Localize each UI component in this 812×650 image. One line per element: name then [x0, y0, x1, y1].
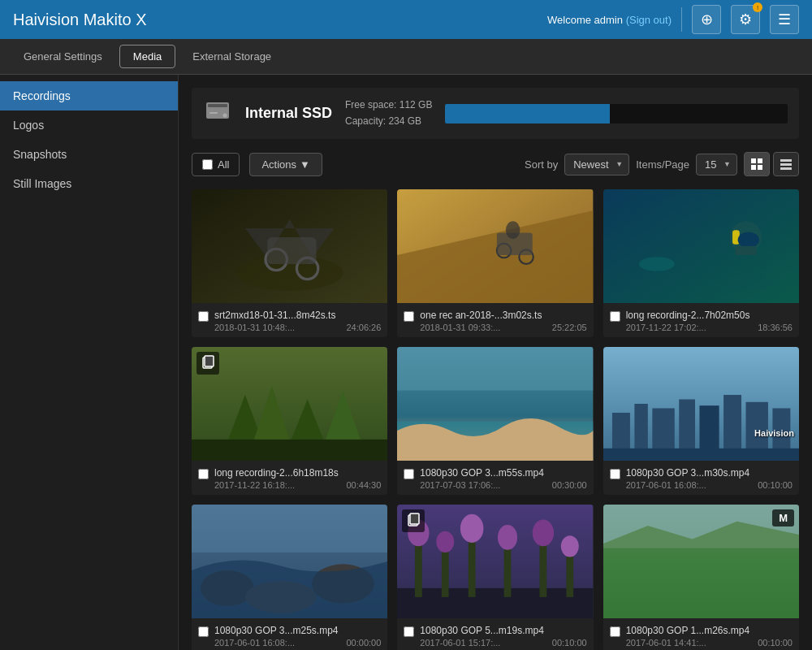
menu-button[interactable]: ☰: [770, 5, 799, 34]
svg-rect-6: [751, 165, 756, 170]
header-right: Welcome admin (Sign out) ⊕ ⚙ ! ☰: [547, 5, 799, 34]
main-content: Internal SSD Free space: 112 GB Capacity…: [179, 75, 812, 650]
media-select-checkbox[interactable]: [610, 469, 620, 479]
list-view-button[interactable]: [773, 152, 799, 176]
settings-button[interactable]: ⚙ !: [731, 5, 760, 34]
toolbar: All Actions ▼ Sort by Newest Oldest Name…: [192, 152, 799, 176]
media-select-checkbox[interactable]: [198, 311, 209, 322]
media-date: 2018-01-31 10:48:...: [214, 323, 295, 332]
network-button[interactable]: ⊕: [692, 5, 721, 34]
tab-media[interactable]: Media: [119, 45, 175, 68]
media-thumbnail[interactable]: Haivision: [603, 347, 799, 461]
items-select-wrapper: 15 30 50: [696, 154, 737, 176]
media-info: 1080p30 GOP 3...m30s.mp4 2017-06-01 16:0…: [603, 461, 799, 495]
media-meta: 2018-01-31 10:48:... 24:06:26: [214, 323, 381, 332]
svg-point-25: [719, 273, 772, 291]
media-select-checkbox[interactable]: [610, 311, 620, 322]
media-select-checkbox[interactable]: [404, 311, 414, 322]
media-thumbnail[interactable]: [397, 347, 593, 461]
media-date: 2017-06-01 15:17:...: [420, 638, 500, 648]
actions-chevron-icon: ▼: [300, 158, 310, 171]
svg-point-63: [460, 514, 484, 543]
media-item: 1080p30 GOP 3...m55s.mp4 2017-07-03 17:0…: [397, 347, 593, 495]
sort-select[interactable]: Newest Oldest Name Size: [564, 154, 629, 176]
sign-out-link[interactable]: (Sign out): [626, 14, 672, 26]
view-toggle: [744, 152, 799, 176]
media-info: 1080p30 GOP 3...m25s.mp4 2017-06-01 16:0…: [192, 618, 387, 650]
media-duration: 00:44:30: [347, 480, 382, 490]
app-header: Haivision Makito X Welcome admin (Sign o…: [0, 0, 812, 39]
media-meta: 2017-06-01 15:17:... 00:10:00: [420, 638, 586, 648]
media-meta: 2017-06-01 16:08:... 00:10:00: [626, 480, 793, 490]
media-select-checkbox[interactable]: [610, 626, 620, 637]
media-meta: 2018-01-31 09:33:... 25:22:05: [420, 323, 586, 332]
media-filename: srt2mxd18-01-31...8m42s.ts: [214, 310, 381, 321]
main-layout: Recordings Logos Snapshots Still Images …: [0, 75, 812, 650]
sort-group: Sort by Newest Oldest Name Size Items/Pa…: [525, 152, 799, 176]
media-thumbnail[interactable]: [192, 189, 387, 303]
media-duration: 00:10:00: [758, 480, 793, 490]
media-thumbnail[interactable]: M: [603, 505, 799, 618]
media-select-checkbox[interactable]: [404, 626, 414, 637]
svg-rect-40: [397, 347, 593, 391]
warning-badge: !: [753, 2, 762, 12]
media-select-checkbox[interactable]: [198, 469, 209, 479]
svg-rect-50: [603, 448, 799, 461]
select-all-checkbox[interactable]: [202, 159, 213, 170]
media-filename: long recording-2...7h02m50s: [626, 310, 793, 321]
media-info: 1080p30 GOP 5...m19s.mp4 2017-06-01 15:1…: [397, 618, 593, 650]
svg-rect-71: [410, 514, 419, 524]
storage-icon: [203, 96, 232, 131]
media-info: one rec an-2018-...3m02s.ts 2018-01-31 0…: [397, 303, 593, 337]
media-date: 2017-07-03 17:06:...: [420, 480, 500, 490]
settings-icon: ⚙: [739, 11, 752, 28]
tab-general-settings[interactable]: General Settings: [10, 45, 116, 68]
svg-rect-57: [397, 588, 593, 618]
media-thumbnail[interactable]: [603, 189, 799, 303]
media-item: long recording-2...7h02m50s 2017-11-22 1…: [603, 189, 799, 337]
sidebar-item-still-images[interactable]: Still Images: [0, 169, 178, 198]
media-thumbnail[interactable]: [397, 505, 593, 618]
sidebar-item-snapshots[interactable]: Snapshots: [0, 140, 178, 169]
all-label: All: [218, 158, 229, 171]
items-per-page-select[interactable]: 15 30 50: [696, 154, 737, 176]
media-filename: 1080p30 GOP 3...m55s.mp4: [420, 467, 586, 479]
actions-button[interactable]: Actions ▼: [249, 153, 322, 176]
media-select-checkbox[interactable]: [198, 626, 209, 637]
svg-rect-9: [780, 163, 792, 166]
media-duration: 00:10:00: [552, 638, 587, 648]
svg-rect-23: [603, 189, 799, 303]
items-per-page-label: Items/Page: [636, 158, 689, 171]
svg-point-24: [639, 257, 675, 271]
svg-rect-16: [267, 237, 316, 264]
svg-rect-7: [758, 165, 762, 170]
grid-view-button[interactable]: [744, 152, 770, 176]
svg-rect-35: [192, 440, 387, 461]
actions-label: Actions: [261, 158, 296, 171]
media-info: long recording-2...6h18m18s 2017-11-22 1…: [192, 461, 387, 495]
media-thumbnail[interactable]: [192, 505, 387, 618]
storage-title-group: Internal SSD: [245, 105, 332, 122]
media-meta: 2017-07-03 17:06:... 00:30:00: [420, 480, 586, 490]
nav-tabs: General Settings Media External Storage: [0, 39, 812, 75]
media-info: 1080p30 GOP 1...m26s.mp4 2017-06-01 14:4…: [603, 618, 799, 650]
media-thumbnail[interactable]: [397, 189, 593, 303]
media-duration: 24:06:26: [347, 323, 382, 332]
media-duration: 00:10:00: [758, 638, 793, 648]
media-info: srt2mxd18-01-31...8m42s.ts 2018-01-31 10…: [192, 303, 387, 337]
logo-bold: Hai: [13, 11, 37, 28]
sidebar-item-recordings[interactable]: Recordings: [0, 81, 178, 110]
tab-external-storage[interactable]: External Storage: [179, 45, 285, 68]
media-select-checkbox[interactable]: [404, 469, 414, 479]
media-grid: srt2mxd18-01-31...8m42s.ts 2018-01-31 10…: [192, 189, 799, 650]
media-thumbnail[interactable]: [192, 347, 387, 461]
sidebar-item-logos[interactable]: Logos: [0, 110, 178, 140]
haivision-watermark: Haivision: [754, 428, 794, 438]
media-item: 1080p30 GOP 5...m19s.mp4 2017-06-01 15:1…: [397, 505, 593, 650]
media-filename: 1080p30 GOP 5...m19s.mp4: [420, 625, 586, 636]
media-filename: 1080p30 GOP 3...m30s.mp4: [626, 467, 793, 479]
svg-rect-4: [751, 158, 756, 163]
select-all-label[interactable]: All: [192, 153, 240, 176]
welcome-text: Welcome admin (Sign out): [547, 14, 672, 26]
svg-rect-8: [780, 159, 792, 162]
